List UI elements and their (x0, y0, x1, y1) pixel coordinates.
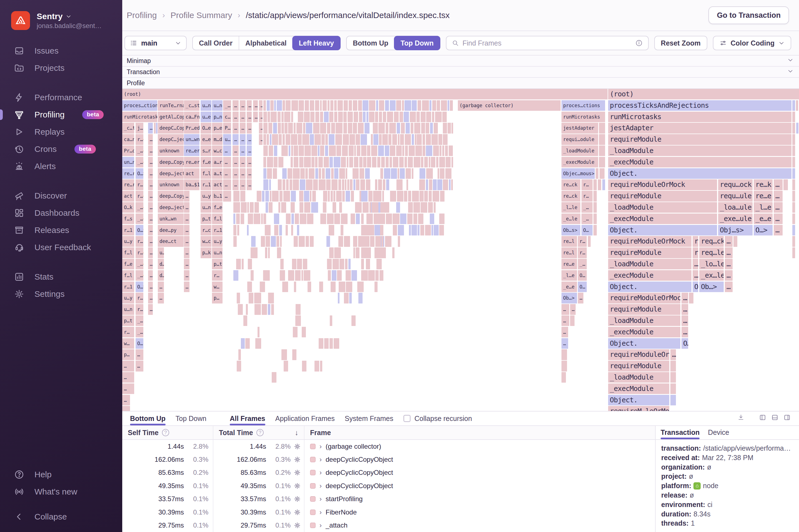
flame-cell[interactable]: requireModule (608, 247, 691, 258)
flame-cell[interactable]: re…k (754, 179, 773, 190)
flame-cell[interactable]: requireModule (608, 191, 717, 201)
gear-icon[interactable] (291, 469, 304, 476)
flame-cell[interactable]: … (259, 134, 262, 145)
flame-cell[interactable] (792, 146, 795, 156)
flame-cell[interactable]: u…n (212, 100, 223, 111)
flame-noise-cell[interactable] (304, 112, 310, 122)
flame-cell[interactable]: c… (223, 112, 231, 122)
flame-noise-cell[interactable] (283, 191, 290, 201)
flame-noise-cell[interactable] (278, 112, 281, 122)
flame-noise-cell[interactable] (373, 191, 377, 201)
flame-noise-cell[interactable] (396, 100, 401, 111)
flame-noise-cell[interactable] (281, 123, 284, 133)
flame-noise-cell[interactable] (268, 304, 270, 315)
flame-noise-cell[interactable] (426, 123, 429, 133)
flame-noise-cell[interactable] (278, 202, 280, 213)
flame-cell[interactable]: r…e (135, 191, 143, 201)
flame-cell[interactable] (593, 225, 597, 235)
flame-cell[interactable]: u…y (122, 293, 134, 303)
flame-noise-cell[interactable] (334, 168, 338, 179)
flame-cell[interactable]: ca…Fn (184, 112, 200, 122)
profile-layer-row[interactable]: Profile (122, 78, 799, 89)
flame-noise-cell[interactable] (271, 236, 276, 247)
flame-noise-cell[interactable] (376, 100, 378, 111)
sidebar-item-stats[interactable]: Stats (0, 268, 122, 285)
flame-noise-cell[interactable] (337, 100, 343, 111)
flame-noise-cell[interactable] (315, 157, 318, 167)
segment-left-heavy[interactable]: Left Heavy (292, 36, 340, 50)
flame-noise-cell[interactable] (365, 123, 370, 133)
flame-noise-cell[interactable] (424, 157, 428, 167)
table-row[interactable]: 85.63ms0.2%85.63ms0.2%›deepCyclicCopyObj… (122, 466, 655, 479)
flame-cell[interactable]: … (223, 168, 231, 179)
flame-cell[interactable]: … (561, 316, 569, 326)
transaction-layer-row[interactable]: Transaction (122, 66, 799, 78)
flame-noise-cell[interactable] (322, 100, 327, 111)
flame-noise-cell[interactable] (302, 134, 309, 145)
flame-cell[interactable]: … (148, 282, 153, 292)
flame-noise-cell[interactable] (304, 146, 311, 156)
flame-noise-cell[interactable] (348, 112, 353, 122)
flame-cell[interactable]: unknown (158, 179, 184, 190)
flame-cell[interactable]: … (682, 327, 688, 337)
flame-cell[interactable]: (root) (122, 89, 608, 99)
flame-noise-cell[interactable] (265, 225, 271, 235)
flame-noise-cell[interactable] (313, 179, 318, 190)
flame-cell[interactable]: act (122, 191, 134, 201)
flame-noise-cell[interactable] (245, 338, 250, 349)
flame-noise-cell[interactable] (288, 270, 295, 281)
flame-noise-cell[interactable] (413, 202, 420, 213)
flame-noise-cell[interactable] (431, 134, 438, 145)
flame-cell[interactable]: r… (578, 236, 587, 247)
flame-noise-cell[interactable] (442, 112, 447, 122)
flame-noise-cell[interactable] (434, 123, 438, 133)
flame-cell[interactable]: f…l (212, 213, 223, 224)
flame-cell[interactable]: r…e (135, 247, 143, 258)
flame-noise-cell[interactable] (346, 270, 351, 281)
flame-noise-cell[interactable] (303, 123, 305, 133)
flame-cell[interactable]: requ…ule (718, 191, 752, 201)
flame-noise-cell[interactable] (328, 270, 331, 281)
flame-cell[interactable]: Object. (608, 282, 691, 292)
flame-noise-cell[interactable] (331, 168, 334, 179)
flame-noise-cell[interactable] (371, 134, 373, 145)
flame-noise-cell[interactable] (433, 146, 439, 156)
flame-cell[interactable]: r…1 (212, 225, 223, 235)
flame-cell[interactable]: unknown (158, 146, 184, 156)
flame-cell[interactable]: … (725, 282, 732, 292)
flame-noise-cell[interactable] (268, 202, 272, 213)
flame-noise-cell[interactable] (356, 179, 359, 190)
flame-noise-cell[interactable] (260, 282, 265, 292)
flame-cell[interactable]: … (240, 134, 246, 145)
flame-cell[interactable]: u…y (201, 191, 211, 201)
flame-noise-cell[interactable] (397, 123, 400, 133)
flame-noise-cell[interactable] (331, 123, 335, 133)
flame-cell[interactable]: re…ck (561, 191, 580, 201)
flame-cell[interactable]: requireModuleOrMock (608, 293, 681, 303)
flame-noise-cell[interactable] (247, 282, 252, 292)
flame-noise-cell[interactable] (379, 270, 384, 281)
flame-cell[interactable]: _loa…ule (718, 202, 752, 213)
flame-cell[interactable]: _… (581, 213, 593, 224)
flame-noise-cell[interactable] (327, 123, 330, 133)
flame-cell[interactable]: _… (581, 202, 593, 213)
flame-cell[interactable]: u… (158, 247, 164, 258)
find-frames-search[interactable]: Find Frames (446, 36, 649, 50)
flame-cell[interactable]: _…e (135, 259, 143, 269)
flame-noise-cell[interactable] (263, 100, 266, 111)
flame-cell[interactable] (783, 179, 788, 190)
flame-cell[interactable]: act (212, 179, 223, 190)
flame-noise-cell[interactable] (371, 213, 373, 224)
flame-noise-cell[interactable] (370, 202, 371, 213)
flame-cell[interactable]: f…e (201, 157, 211, 167)
flame-cell[interactable]: … (184, 282, 189, 292)
flame-cell[interactable]: runMicrotasks (561, 112, 605, 122)
sidebar-item-profiling[interactable]: Profilingbeta (0, 106, 122, 123)
flame-noise-cell[interactable] (424, 191, 428, 201)
flame-noise-cell[interactable] (435, 112, 442, 122)
flame-noise-cell[interactable] (429, 179, 432, 190)
flame-noise-cell[interactable] (413, 213, 417, 224)
sidebar-item-help[interactable]: Help (0, 466, 122, 483)
flame-cell[interactable]: … (184, 259, 189, 269)
flame-noise-cell[interactable] (384, 168, 390, 179)
